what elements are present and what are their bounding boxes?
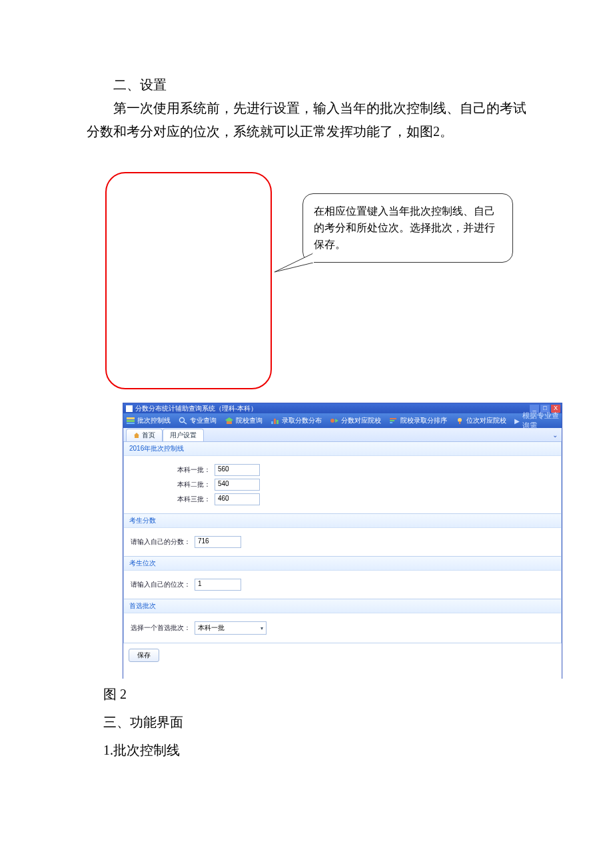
tab-user-settings[interactable]: 用户设置 — [163, 429, 204, 441]
svg-point-11 — [330, 419, 334, 423]
window-title: 分数分布统计辅助查询系统（理科-本科） — [135, 404, 530, 413]
input-batch-3[interactable]: 460 — [215, 493, 260, 505]
panel-preferred-batch: 首选批次 选择一个首选批次： 本科一批 ▾ — [123, 599, 562, 643]
window-titlebar: 分数分布统计辅助查询系统（理科-本科） _ □ X — [123, 403, 562, 413]
app-window: 分数分布统计辅助查询系统（理科-本科） _ □ X 批次控制线 专业查询 — [123, 403, 562, 679]
svg-rect-8 — [271, 421, 273, 424]
toolbar-label: 院校查询 — [236, 416, 263, 425]
svg-line-5 — [184, 422, 187, 424]
list-item-cutoff: 1.批次控制线 — [103, 741, 180, 759]
toolbar-label: 院校录取分排序 — [400, 416, 447, 425]
label-rank: 请输入自己的位次： — [131, 580, 195, 589]
select-preferred-batch[interactable]: 本科一批 ▾ — [195, 621, 267, 635]
input-batch-1[interactable]: 560 — [215, 464, 260, 476]
label-batch-3: 本科三批： — [131, 495, 215, 504]
toolbar-item-school-query[interactable]: 院校查询 — [225, 416, 263, 425]
toolbar-overflow-label: 根据专业查询需 — [522, 411, 559, 431]
section-header-cutoff: 2016年批次控制线 — [124, 442, 561, 456]
highlight-red-box — [105, 172, 272, 389]
section-header-pref: 首选批次 — [124, 599, 561, 613]
label-score: 请输入自己的分数： — [131, 537, 195, 547]
toolbar-item-score-to-school[interactable]: 分数对应院校 — [330, 416, 381, 425]
app-icon — [126, 405, 133, 412]
input-score[interactable]: 716 — [195, 536, 241, 548]
svg-rect-13 — [390, 418, 396, 419]
section-header-rank: 考生位次 — [124, 557, 561, 571]
toolbar-item-rank-to-school[interactable]: 位次对应院校 — [455, 416, 506, 425]
toolbar-item-cutoff[interactable]: 批次控制线 — [126, 416, 171, 425]
rank-icon — [389, 417, 398, 425]
toolbar-label: 批次控制线 — [137, 416, 171, 425]
panel-rank: 考生位次 请输入自己的位次： 1 — [123, 557, 562, 599]
toolbar-item-major-query[interactable]: 专业查询 — [179, 416, 217, 425]
document-body: 二、设置 第一次使用系统前，先进行设置，输入当年的批次控制线、自己的考试分数和考… — [87, 73, 533, 143]
heading-2-settings: 二、设置 — [87, 73, 533, 97]
select-value: 本科一批 — [198, 623, 225, 633]
content-area: 2016年批次控制线 本科一批： 560 本科二批： 540 本科三批： 460 — [123, 442, 562, 679]
main-toolbar: 批次控制线 专业查询 院校查询 录取分数分布 — [123, 413, 562, 428]
chevron-down-icon: ▾ — [261, 625, 263, 631]
heading-3-functions: 三、功能界面 — [103, 713, 183, 731]
school-icon — [225, 417, 234, 425]
panel-cutoff-lines: 2016年批次控制线 本科一批： 560 本科二批： 540 本科三批： 460 — [123, 442, 562, 514]
label-batch-2: 本科二批： — [131, 480, 215, 489]
svg-rect-7 — [227, 421, 232, 424]
toolbar-label: 录取分数分布 — [282, 416, 322, 425]
panel-score: 考生分数 请输入自己的分数： 716 — [123, 514, 562, 557]
svg-rect-14 — [390, 420, 394, 421]
match-icon — [330, 417, 339, 425]
toolbar-label: 位次对应院校 — [466, 416, 506, 425]
callout-bubble: 在相应位置键入当年批次控制线、自己的考分和所处位次。选择批次，并进行保存。 — [303, 193, 513, 263]
tab-home[interactable]: 首页 — [126, 429, 163, 441]
distribution-icon — [271, 417, 280, 425]
toolbar-item-school-rank[interactable]: 院校录取分排序 — [389, 416, 447, 425]
search-icon — [179, 417, 188, 425]
tab-settings-label: 用户设置 — [170, 431, 197, 440]
position-icon — [455, 417, 464, 425]
svg-rect-9 — [274, 419, 276, 424]
tab-home-label: 首页 — [142, 431, 155, 440]
toolbar-label: 分数对应院校 — [341, 416, 381, 425]
svg-marker-12 — [335, 419, 338, 423]
home-icon — [133, 432, 140, 439]
svg-point-4 — [180, 418, 185, 423]
callout-tail — [273, 253, 309, 275]
paragraph-intro: 第一次使用系统前，先进行设置，输入当年的批次控制线、自己的考试分数和考分对应的位… — [87, 97, 533, 143]
chevron-right-icon: ▶ — [514, 417, 520, 425]
label-batch-1: 本科一批： — [131, 465, 215, 475]
save-button[interactable]: 保存 — [129, 649, 159, 662]
svg-rect-2 — [127, 420, 135, 422]
label-pref: 选择一个首选批次： — [131, 623, 195, 633]
svg-rect-15 — [390, 422, 392, 423]
svg-rect-10 — [277, 420, 279, 424]
callout-text: 在相应位置键入当年批次控制线、自己的考分和所处位次。选择批次，并进行保存。 — [314, 205, 495, 250]
tabbar-expand-icon[interactable]: ⌄ — [552, 431, 558, 439]
svg-rect-17 — [459, 421, 460, 424]
svg-rect-3 — [127, 423, 135, 424]
input-batch-2[interactable]: 540 — [215, 479, 260, 491]
figure-caption: 图 2 — [103, 685, 127, 703]
toolbar-label: 专业查询 — [190, 416, 217, 425]
section-header-score: 考生分数 — [124, 514, 561, 528]
input-rank[interactable]: 1 — [195, 579, 241, 591]
toolbar-overflow[interactable]: ▶ 根据专业查询需 — [514, 411, 559, 431]
svg-rect-1 — [127, 417, 135, 419]
stack-icon — [126, 417, 135, 425]
svg-marker-18 — [134, 433, 139, 438]
tab-bar: 首页 用户设置 ⌄ — [123, 428, 562, 442]
toolbar-item-score-dist[interactable]: 录取分数分布 — [271, 416, 322, 425]
